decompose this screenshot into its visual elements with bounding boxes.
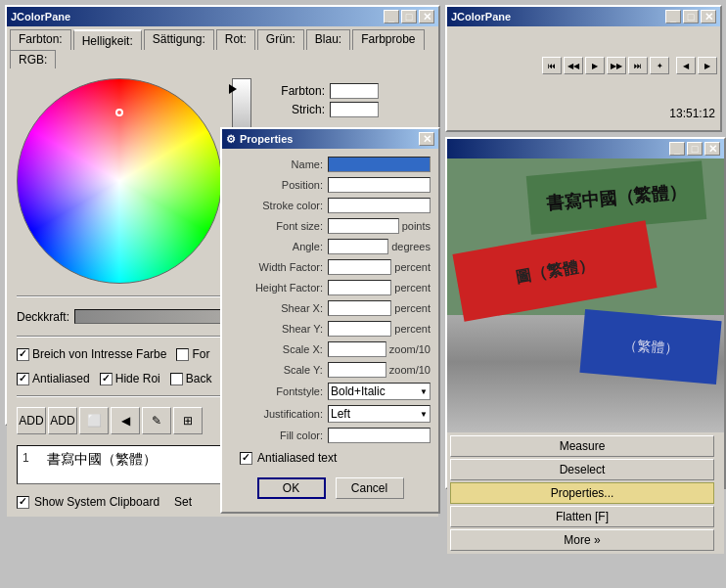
scroll-right-btn[interactable]: ▶ xyxy=(698,57,717,74)
strich-input[interactable]: 100 xyxy=(330,102,379,117)
ok-button[interactable]: OK xyxy=(257,477,326,499)
right-minimize-button[interactable]: _ xyxy=(665,10,681,23)
flag-green-text: 書寫中國（繁體） xyxy=(545,180,688,215)
prop-angle-unit: degrees xyxy=(391,241,431,252)
set-label: Set xyxy=(174,495,192,509)
brightness-handle xyxy=(229,84,237,94)
farbton-input[interactable]: 2 xyxy=(330,83,379,99)
antialiased-dialog-label: Antialiased text xyxy=(257,451,337,465)
prop-angle-row: Angle: 343 degrees xyxy=(230,239,431,254)
right-panel-title: JColorPane xyxy=(451,11,511,23)
minimize-icon: _ xyxy=(388,11,394,23)
prop-position-input[interactable]: none xyxy=(328,177,431,193)
properties-close-icon: ✕ xyxy=(423,133,431,146)
flatten-button[interactable]: Flatten [F] xyxy=(450,506,714,527)
tool-btn-4[interactable]: ◀ xyxy=(111,407,140,434)
prop-fontsize-label: Font size: xyxy=(230,220,328,232)
maximize-icon: □ xyxy=(406,11,413,23)
iv-minimize-button[interactable]: _ xyxy=(669,142,685,156)
tool-btn-3[interactable]: ⬜ xyxy=(79,407,109,434)
tab-blau[interactable]: Blau: xyxy=(306,29,350,50)
flag-green: 書寫中國（繁體） xyxy=(526,160,707,234)
tab-helligkeit[interactable]: Helligkeit: xyxy=(73,29,142,50)
close-icon: ✕ xyxy=(423,11,431,23)
prop-height-input[interactable]: 50 xyxy=(328,280,391,295)
media-prev-prev-btn[interactable]: ⏮ xyxy=(542,57,562,74)
prop-fontsize-row: Font size: 48 points xyxy=(230,218,431,234)
maximize-button[interactable]: □ xyxy=(401,10,417,23)
tab-rgb[interactable]: RGB: xyxy=(10,50,56,68)
prop-shearx-unit: percent xyxy=(394,302,431,314)
image-area: 書寫中國（繁體） 圖（繁體） （繁體） xyxy=(447,158,724,432)
sys-clipboard-label: Show System Clipboard xyxy=(34,495,159,509)
iv-maximize-button[interactable]: □ xyxy=(687,142,703,156)
more-button[interactable]: More » xyxy=(450,529,714,551)
add-btn-2[interactable]: ADD xyxy=(48,407,77,434)
cancel-button[interactable]: Cancel xyxy=(336,477,404,499)
iv-close-button[interactable]: ✕ xyxy=(704,142,720,156)
breich-checkbox[interactable]: ✓ xyxy=(17,348,29,361)
tab-farbton[interactable]: Farbton: xyxy=(10,29,71,50)
prop-sheary-label: Shear Y: xyxy=(230,323,328,335)
image-viewer-titlebar: _ □ ✕ xyxy=(447,139,724,158)
prop-stroke-row: Stroke color: black xyxy=(230,198,431,213)
back-checkbox[interactable] xyxy=(170,373,183,385)
prop-justification-label: Justification: xyxy=(230,408,328,420)
antialiased-checkbox[interactable]: ✓ xyxy=(17,373,29,385)
right-close-button[interactable]: ✕ xyxy=(701,10,716,23)
tool-btn-5[interactable]: ✎ xyxy=(142,407,171,434)
prop-stroke-input[interactable]: black xyxy=(328,198,431,213)
strich-label: Strich: xyxy=(266,103,325,116)
properties-icon: ⚙ xyxy=(226,133,236,146)
media-special-btn[interactable]: ✦ xyxy=(650,57,669,74)
right-maximize-button[interactable]: □ xyxy=(683,10,699,23)
close-button[interactable]: ✕ xyxy=(419,10,434,23)
properties-title: Properties xyxy=(240,133,293,145)
prop-sheary-input[interactable]: 0 xyxy=(328,321,391,337)
prop-scaley-input[interactable]: 11 xyxy=(328,362,386,378)
minimize-button[interactable]: _ xyxy=(384,10,399,23)
color-wheel[interactable] xyxy=(17,78,222,284)
tab-grun[interactable]: Grün: xyxy=(257,29,304,50)
prop-scalex-input[interactable]: 10 xyxy=(328,341,386,357)
prop-shearx-input[interactable]: -53 xyxy=(328,300,391,316)
prop-justification-select[interactable]: Left ▼ xyxy=(328,405,431,423)
measure-button[interactable]: Measure xyxy=(450,435,714,457)
media-next-btn[interactable]: ▶▶ xyxy=(607,57,626,74)
prop-fillcolor-input[interactable]: #32ff0000 xyxy=(328,428,431,443)
media-play-btn[interactable]: ▶ xyxy=(585,57,605,74)
properties-close-button[interactable]: ✕ xyxy=(419,132,434,146)
image-viewer-window: _ □ ✕ 書寫中國（繁體） 圖（繁體） （繁體） xyxy=(445,137,726,489)
back-label: Back xyxy=(186,372,212,385)
media-end-btn[interactable]: ⏭ xyxy=(628,57,648,74)
prop-fontsize-input[interactable]: 48 xyxy=(328,218,399,234)
media-prev-btn[interactable]: ◀◀ xyxy=(564,57,583,74)
hide-roi-checkbox[interactable]: ✓ xyxy=(100,373,113,385)
add-btn-1[interactable]: ADD xyxy=(17,407,46,434)
tool-icon-5: ✎ xyxy=(152,414,161,428)
prop-fillcolor-label: Fill color: xyxy=(230,430,328,441)
tool-btn-6[interactable]: ⊞ xyxy=(173,407,203,434)
prop-justification-row: Justification: Left ▼ xyxy=(230,405,431,423)
prop-fontstyle-label: Fontstyle: xyxy=(230,385,328,397)
checkbox-back: Back xyxy=(170,372,212,385)
prop-angle-input[interactable]: 343 xyxy=(328,239,388,254)
properties-button[interactable]: Properties... xyxy=(450,482,714,504)
antialiased-dialog-checkbox[interactable]: ✓ xyxy=(240,452,252,465)
jcp-tabs: Farbton: Helligkeit: Sättigung: Rot: Grü… xyxy=(7,26,438,68)
timestamp-row: 13:51:12 xyxy=(447,105,720,122)
sys-clipboard-checkbox[interactable]: ✓ xyxy=(17,496,29,509)
checkbox-breich: ✓ Breich von Intresse Farbe xyxy=(17,347,166,361)
prop-width-input[interactable]: 50 xyxy=(328,259,391,275)
image-viewer-body: 書寫中國（繁體） 圖（繁體） （繁體） xyxy=(447,158,724,432)
for-checkbox[interactable] xyxy=(176,348,189,361)
deselect-button[interactable]: Deselect xyxy=(450,459,714,480)
tab-sattigung[interactable]: Sättigung: xyxy=(144,29,214,50)
prop-fontstyle-select[interactable]: Bold+Italic ▼ xyxy=(328,383,431,400)
flag-red-text: 圖（繁體） xyxy=(515,254,595,289)
side-buttons: Measure Deselect Properties... Flatten [… xyxy=(447,432,724,554)
scroll-left-btn[interactable]: ◀ xyxy=(676,57,696,74)
tab-rot[interactable]: Rot: xyxy=(216,29,255,50)
prop-name-input[interactable]: 0001-0172 xyxy=(328,157,431,172)
tab-farbprobe[interactable]: Farbprobe xyxy=(352,29,424,50)
